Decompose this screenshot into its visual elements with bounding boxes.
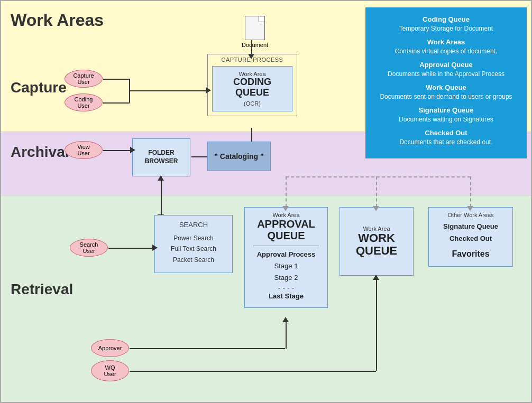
aq-stage2: Stage 2 — [248, 272, 324, 284]
legend-signature-queue-title: Signature Queue — [374, 106, 518, 115]
aq-label-main: APPROVALQUEUE — [248, 218, 324, 241]
legend-checked-out: Checked Out Documents that are checked o… — [374, 128, 518, 147]
oval-view-user: ViewUser — [65, 141, 103, 159]
doc-to-capture-line — [251, 40, 252, 55]
aq-process: Approval Process — [248, 250, 324, 258]
legend-work-areas-desc: Contains virtual copies of document. — [374, 47, 518, 56]
bracket-to-process-h — [129, 90, 207, 91]
coding-user-line-h — [103, 102, 130, 104]
folder-to-search-arrow-up — [158, 175, 164, 181]
search-user-line — [108, 248, 154, 249]
legend-work-queue-title: Work Queue — [374, 83, 518, 92]
folder-to-wq-v — [376, 176, 377, 207]
oval-search-user: SearchUser — [70, 239, 108, 257]
legend-checked-out-desc: Documents that are checked out. — [374, 138, 518, 147]
doc-label: Document — [242, 42, 268, 48]
cataloging-box: " Cataloging " — [207, 142, 271, 171]
view-user-to-folder-h — [103, 150, 132, 151]
coding-queue-label-main: CODINGQUEUE — [215, 77, 290, 98]
label-retrieval: Retrieval — [11, 281, 73, 298]
document-icon: Document — [242, 16, 268, 48]
label-archival: Archival — [11, 144, 69, 161]
cq-to-catalog-line — [251, 128, 252, 143]
legend-work-areas: Work Areas Contains virtual copies of do… — [374, 38, 518, 56]
aq-stage1: Stage 1 — [248, 260, 324, 272]
ow-checked-out: Checked Out — [432, 232, 509, 245]
search-power: Power Search — [158, 233, 229, 243]
aq-divider — [253, 246, 319, 246]
legend-coding-queue-desc: Temporary Storage for Document — [374, 24, 518, 33]
catalog-to-folder-line — [191, 156, 207, 157]
approval-queue-box: Work Area APPROVALQUEUE Approval Process… — [244, 207, 328, 308]
approver-v-line — [286, 322, 287, 349]
work-queue-box: Work Area WORKQUEUE — [340, 207, 414, 276]
legend-approval-queue-desc: Documents while in the Approval Process — [374, 70, 518, 79]
oval-wq-user: WQUser — [91, 360, 129, 381]
legend-work-areas-title: Work Areas — [374, 38, 518, 47]
wq-user-to-wq-v — [376, 277, 377, 371]
bracket-to-process-arrow — [206, 87, 211, 93]
oval-approver: Approver — [91, 339, 129, 357]
legend-checked-out-title: Checked Out — [374, 128, 518, 138]
legend-signature-queue-desc: Documents waiting on Signatures — [374, 115, 518, 124]
legend-work-queue-desc: Documents sent on demand to users or gro… — [374, 92, 518, 101]
wq-label-main: WORKQUEUE — [340, 232, 413, 257]
oval-capture-user: CaptureUser — [65, 70, 103, 88]
folder-to-aq-arrow — [282, 206, 289, 211]
label-work-areas: Work Areas — [11, 11, 104, 30]
folder-to-aq-v — [286, 176, 287, 207]
oval-coding-user: CodingUser — [65, 93, 103, 111]
coding-queue-ocr: (OCR) — [215, 100, 290, 107]
capture-process-box: CAPTURE PROCESS Work Area CODINGQUEUE (O… — [207, 54, 297, 116]
wq-user-to-wq-arrow — [373, 275, 379, 280]
legend-work-queue: Work Queue Documents sent on demand to u… — [374, 83, 518, 101]
aq-dots: - - - - — [248, 284, 324, 292]
main-container: Work Areas Capture Archival Retrieval Co… — [0, 0, 532, 403]
search-box: SEARCH Power Search Full Text Search Pac… — [154, 215, 233, 273]
search-fulltext: Full Text Search — [158, 243, 229, 254]
folder-to-ow-arrow — [467, 206, 473, 211]
label-capture: Capture — [11, 79, 67, 96]
legend-box: Coding Queue Temporary Storage for Docum… — [365, 7, 527, 158]
search-title: SEARCH — [158, 221, 229, 229]
wq-user-to-wq-h — [130, 371, 376, 372]
aq-last: Last Stage — [248, 292, 324, 300]
view-user-to-folder-arrow — [130, 147, 135, 153]
legend-coding-queue: Coding Queue Temporary Storage for Docum… — [374, 15, 518, 33]
capture-process-title: CAPTURE PROCESS — [208, 54, 297, 64]
capture-user-line-h — [103, 79, 130, 80]
search-items: Power Search Full Text Search Packet Sea… — [158, 233, 229, 265]
coding-queue-box: Work Area CODINGQUEUE (OCR) — [212, 66, 292, 111]
approver-h-line — [130, 348, 285, 349]
legend-signature-queue: Signature Queue Documents waiting on Sig… — [374, 106, 518, 124]
search-user-arrow — [152, 245, 158, 251]
folder-to-search-down — [161, 176, 162, 215]
ow-favorites: Favorites — [432, 249, 509, 259]
cataloging-label: " Cataloging " — [214, 152, 263, 161]
ow-sig-queue: Signature Queue — [432, 220, 509, 232]
folder-browser-label: FOLDERBROWSER — [133, 149, 190, 165]
search-packet: Packet Search — [158, 255, 229, 265]
ow-items: Signature Queue Checked Out — [432, 220, 509, 245]
doc-shape — [245, 16, 265, 40]
approver-to-aq-arrow — [282, 317, 289, 322]
folder-to-wq-arrow — [373, 206, 379, 211]
folder-browser-box: FOLDERBROWSER — [132, 138, 190, 176]
legend-approval-queue-title: Approval Queue — [374, 60, 518, 70]
aq-label-top: Work Area — [248, 212, 324, 218]
folder-to-ow-v — [470, 176, 471, 207]
ow-label-top: Other Work Areas — [432, 212, 509, 218]
dashed-h-connector — [286, 176, 471, 177]
legend-coding-queue-title: Coding Queue — [374, 15, 518, 24]
other-work-box: Other Work Areas Signature Queue Checked… — [428, 207, 513, 267]
legend-approval-queue: Approval Queue Documents while in the Ap… — [374, 60, 518, 79]
wq-label-top: Work Area — [340, 226, 413, 232]
aq-stages: Stage 1 Stage 2 — [248, 260, 324, 284]
